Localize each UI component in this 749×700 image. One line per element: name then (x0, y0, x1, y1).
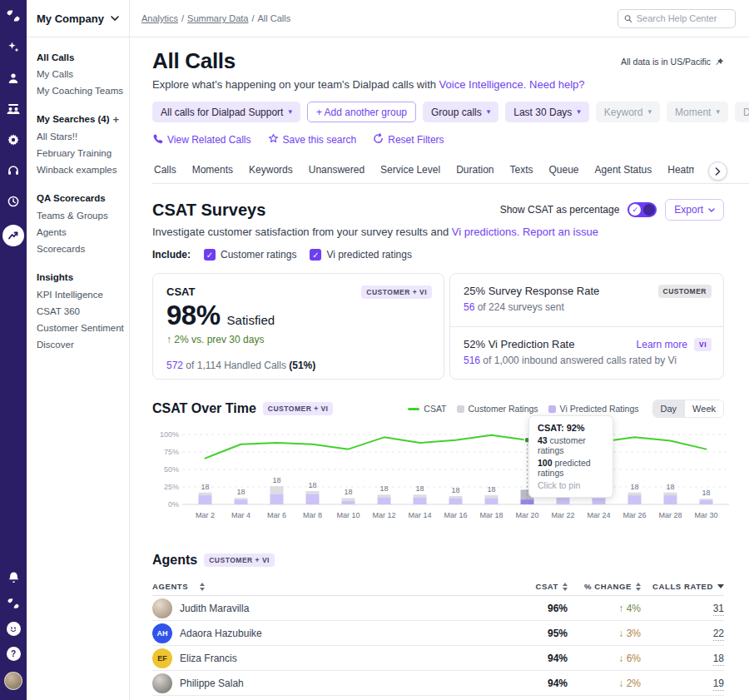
tab-moments[interactable]: Moments (191, 161, 235, 183)
svg-text:Mar 8: Mar 8 (303, 511, 322, 519)
tab-keywords[interactable]: Keywords (247, 161, 295, 183)
sidebar-item-my-calls[interactable]: My Calls (37, 66, 119, 82)
agent-calls-rated-link[interactable]: 18 (713, 653, 724, 666)
agent-calls-rated-link[interactable]: 19 (713, 678, 724, 691)
call-history-icon[interactable] (6, 194, 21, 209)
sidebar-item-agents[interactable]: Agents (37, 224, 119, 241)
tab-duration[interactable]: Duration (454, 161, 495, 183)
column-header-agents[interactable]: AGENTS (152, 582, 516, 591)
save-this-search-link[interactable]: Save this search (268, 133, 357, 146)
bell-icon[interactable] (6, 570, 21, 585)
breadcrumb-analytics[interactable]: Analytics (141, 13, 178, 23)
vi-predictions-link[interactable]: Vi predictions. (452, 226, 519, 238)
column-header--change[interactable]: % CHANGE (568, 582, 641, 591)
sidebar-item-csat-360[interactable]: CSAT 360 (37, 303, 119, 320)
tab-texts[interactable]: Texts (508, 161, 535, 183)
sidebar-item-winback-examples[interactable]: Winback examples (37, 161, 119, 178)
sidebar-item-discover[interactable]: Discover (37, 336, 119, 353)
tab-service-level[interactable]: Service Level (379, 161, 442, 183)
surveys-link[interactable]: 56 (464, 301, 474, 313)
tab-calls[interactable]: Calls (152, 161, 178, 183)
avatar (152, 673, 172, 693)
legend-vi-predicted-ratings[interactable]: Vi Predicted Ratings (548, 404, 639, 414)
svg-text:Mar 10: Mar 10 (336, 511, 360, 519)
csat-percentage-toggle[interactable]: ✓ (627, 202, 657, 217)
view-related-calls-link[interactable]: View Related Calls (152, 133, 251, 146)
user-avatar[interactable] (4, 672, 22, 690)
agent-calls-rated-link[interactable]: 31 (713, 603, 724, 616)
filter-chip-all-calls-for-dialpad-support[interactable]: All calls for Dialpad Support▾ (152, 102, 300, 122)
reset-filters-link[interactable]: Reset Filters (373, 133, 444, 146)
page: ? My Company All CallsMy CallsMy Coachin… (0, 0, 749, 700)
checkbox-customer-ratings[interactable]: ✓Customer ratings (204, 249, 296, 261)
smiley-icon[interactable] (7, 622, 21, 636)
sidebar-item-customer-sentiment[interactable]: Customer Sentiment (37, 320, 119, 336)
checkbox-vi-predicted-ratings[interactable]: ✓Vi predicted ratings (310, 249, 412, 261)
tab-unanswered[interactable]: Unanswered (307, 161, 366, 183)
filter-chip--add-another-group[interactable]: + Add another group (307, 102, 416, 122)
filter-chip-duration[interactable]: Duration▾ (735, 102, 749, 122)
pin-icon[interactable] (715, 57, 724, 67)
svg-text:18: 18 (272, 476, 280, 484)
search-input[interactable] (637, 13, 729, 23)
headset-icon[interactable] (6, 163, 21, 178)
sidebar-item-teams-groups[interactable]: Teams & Groups (37, 207, 119, 224)
agent-row-judith-maravilla[interactable]: Judith Maravilla96%↑ 4%31 (152, 596, 724, 621)
svg-text:Mar 14: Mar 14 (408, 511, 431, 519)
help-icon[interactable]: ? (7, 647, 21, 661)
sidebar-item-february-training[interactable]: February Training (37, 145, 119, 161)
breadcrumb-summary-data[interactable]: Summary Data (187, 13, 248, 23)
coaching-icon[interactable] (6, 102, 21, 117)
person-icon[interactable] (6, 71, 21, 86)
svg-text:100%: 100% (160, 430, 179, 439)
tab-agent-status[interactable]: Agent Status (593, 161, 654, 183)
column-header-calls-rated[interactable]: CALLS RATED (641, 582, 724, 591)
sidebar-item-kpi-intelligence[interactable]: KPI Intelligence (37, 286, 119, 303)
svg-text:Mar 22: Mar 22 (551, 511, 574, 519)
filter-chip-group-calls[interactable]: Group calls▾ (423, 102, 499, 122)
svg-text:Mar 26: Mar 26 (623, 511, 646, 519)
export-button[interactable]: Export (665, 199, 724, 221)
agent-change: ↓ 2% (618, 678, 641, 689)
agent-calls-rated-link[interactable]: 22 (713, 628, 724, 641)
tab-queue[interactable]: Queue (548, 161, 581, 183)
legend-customer-ratings[interactable]: Customer Ratings (457, 404, 538, 414)
svg-text:18: 18 (308, 481, 316, 489)
agent-row-philippe-salah[interactable]: Philippe Salah94%↓ 2%19 (152, 671, 724, 696)
help-search[interactable] (618, 9, 736, 28)
range-day-button[interactable]: Day (653, 400, 685, 417)
dialpad-logo-icon[interactable] (6, 8, 21, 23)
filter-chip-last-30-days[interactable]: Last 30 Days▾ (505, 102, 589, 122)
sort-desc-icon (717, 584, 724, 588)
voice-intelligence-link[interactable]: Voice Intelligence. (439, 78, 527, 91)
agent-row-adaora-hazubuike[interactable]: AHAdaora Hazubuike95%↓ 3%22 (152, 621, 724, 646)
filter-chip-keyword[interactable]: Keyword▾ (596, 102, 660, 122)
need-help-link[interactable]: Need help? (529, 78, 585, 91)
svg-text:18: 18 (379, 484, 388, 493)
legend-csat[interactable]: CSAT (408, 404, 446, 414)
learn-more-link[interactable]: Learn more (637, 339, 687, 350)
filter-chip-moment[interactable]: Moment▾ (667, 102, 728, 122)
search-icon (624, 14, 632, 23)
agent-row-eliza-francis[interactable]: EFEliza Francis94%↓ 6%18 (152, 646, 724, 671)
report-issue-link[interactable]: Report an issue (523, 226, 598, 238)
column-header-csat[interactable]: CSAT (516, 582, 568, 591)
gear-icon[interactable] (6, 132, 21, 147)
tab-heatmaps[interactable]: Heatmaps (666, 161, 694, 183)
sidebar-item-all-stars-[interactable]: All Stars!! (37, 128, 119, 145)
csat-chart[interactable]: 0%25%50%75%100%18Mar 218Mar 418Mar 618Ma… (147, 423, 724, 534)
vi-prediction-rate: 52% Vi Prediction Rate 516 of 1,000 inbo… (450, 326, 723, 380)
sidebar-item-all-calls[interactable]: All Calls (37, 49, 119, 66)
dialpad-mini-icon[interactable] (6, 596, 21, 611)
handled-calls-link[interactable]: 572 (166, 360, 183, 371)
tab-scroll-right-button[interactable] (708, 161, 727, 181)
sidebar-item-my-coaching-teams[interactable]: My Coaching Teams (37, 82, 119, 99)
vi-rated-link[interactable]: 516 (464, 355, 480, 366)
chart-canvas[interactable]: 0%25%50%75%100%18Mar 218Mar 418Mar 618Ma… (147, 423, 734, 534)
company-selector[interactable]: My Company (27, 0, 129, 37)
sidebar-item-scorecards[interactable]: Scorecards (37, 241, 119, 257)
analytics-icon[interactable] (2, 225, 24, 246)
sparkles-icon[interactable] (6, 40, 21, 55)
add-search-button[interactable]: + (112, 111, 119, 128)
range-week-button[interactable]: Week (684, 400, 723, 417)
